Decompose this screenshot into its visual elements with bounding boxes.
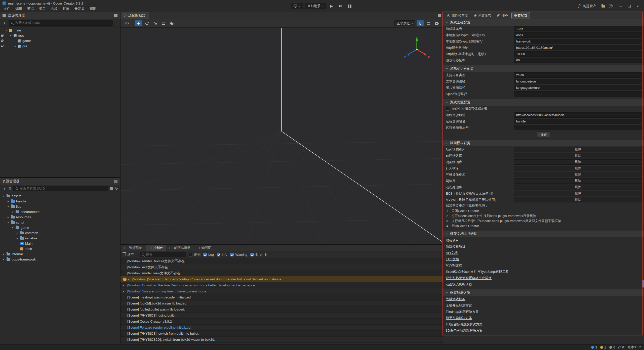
menu-item[interactable]: 开发者 — [72, 6, 87, 12]
solution-link[interactable]: 战棋游戏框架 — [443, 296, 468, 302]
text-field[interactable] — [514, 91, 642, 97]
menu-item[interactable]: 节点 — [25, 6, 36, 12]
text-field[interactable]: oops — [514, 32, 642, 38]
tab-service[interactable]: 服务 — [495, 12, 511, 19]
panel-menu-icon[interactable] — [438, 14, 441, 17]
log-row[interactable]: [Scene] Forward render pipeline initiali… — [120, 325, 443, 331]
refresh-icon[interactable]: ↻ — [115, 187, 118, 191]
section-header-basic[interactable]: 游戏基础配置 — [443, 19, 644, 26]
mode-3d-button[interactable]: 3D — [123, 20, 130, 26]
panel-menu-icon[interactable] — [438, 247, 441, 249]
asset-node-row[interactable]: Main — [0, 241, 120, 246]
status-count[interactable]: 3 — [591, 346, 597, 349]
delete-module-button[interactable]: 删除 — [514, 147, 642, 152]
text-field[interactable]: 1.0.5 — [514, 26, 642, 31]
status-count[interactable]: 0 — [618, 346, 624, 349]
doc-link[interactable]: Excel格式转Json文件与TypeScript代码工具 — [443, 269, 511, 275]
preview-platform-select[interactable]: ▾ — [291, 3, 303, 9]
list-view-icon[interactable] — [110, 187, 113, 190]
scene-settings-button[interactable] — [433, 20, 440, 26]
regex-toggle[interactable]: 正则 — [189, 252, 200, 257]
console-panel-tab[interactable]: 资源预览 — [122, 245, 145, 251]
log-row[interactable]: [Window] ecs文件夹不存在 — [120, 264, 443, 270]
transform-space-button[interactable] — [168, 20, 175, 26]
log-row[interactable]: [Window] model_view文件夹不存在 — [120, 270, 443, 276]
asset-node-row[interactable]: script — [0, 220, 120, 225]
log-row[interactable]: [Window] You are running Vue in developm… — [120, 288, 443, 294]
console-panel-tab[interactable]: 控制台 — [146, 245, 166, 251]
layout-button[interactable] — [346, 3, 353, 9]
log-row[interactable]: [Window] Download the Vue Devtools exten… — [120, 282, 443, 288]
asset-node-row[interactable]: common — [0, 230, 120, 236]
log-row[interactable]: [Scene] [box2d]:box2d wasm lib loaded. — [120, 300, 443, 307]
view-mode-select[interactable]: 正常浏览 ▾ — [394, 20, 415, 26]
maximize-button[interactable]: ▢ — [625, 0, 633, 12]
panel-menu-icon[interactable] — [114, 14, 117, 17]
log-row[interactable]: [Scene] [PHYSICS]: switch from builtin t… — [120, 331, 443, 337]
asset-node-row[interactable]: assets — [0, 193, 120, 199]
solution-link[interactable]: Tiledmap地图解决方案 — [443, 309, 481, 315]
scrollbar-thumb[interactable] — [642, 280, 644, 288]
text-field[interactable]: 10000 — [514, 51, 642, 57]
log-row[interactable]: [Window] render_texture文件夹不存在 — [120, 258, 443, 264]
scene-viewport[interactable]: Y X Z — [120, 28, 443, 244]
asset-node-row[interactable]: seedrandom — [0, 209, 120, 214]
tab-scene-editor[interactable]: 场景编辑器 — [120, 12, 149, 19]
log-row[interactable]: [Scene] Cocos Creator v3.8.2 — [120, 319, 443, 325]
doc-link[interactable]: 动画状态机编辑器 — [443, 281, 474, 287]
hierarchy-node-row[interactable]: game — [0, 38, 120, 43]
move-tool-button[interactable] — [135, 20, 142, 26]
scale-tool-button[interactable] — [152, 20, 159, 26]
scene-camera-button[interactable] — [425, 20, 432, 26]
delete-module-button[interactable]: 删除 — [514, 178, 642, 184]
doc-link[interactable]: MVVM文档 — [443, 262, 465, 269]
log-row[interactable]: [Window] [Vue warn]: Property "onInput" … — [120, 276, 443, 282]
section-header-solutions[interactable]: 框架解决方案 — [443, 289, 644, 296]
section-header-resources[interactable]: 游戏资源配置 — [443, 99, 644, 106]
clear-console-button[interactable]: 清空 — [123, 252, 134, 257]
delete-module-button[interactable]: 删除 — [514, 153, 642, 158]
log-filter-toggle[interactable]: Info — [217, 253, 227, 256]
create-node-button[interactable]: + — [2, 20, 7, 25]
hierarchy-search-input[interactable] — [15, 21, 110, 25]
doc-link[interactable]: 教程项目 — [443, 237, 461, 243]
sort-icon[interactable]: ⇅ — [9, 187, 12, 190]
section-header-modules[interactable]: 框架模块裁剪 — [443, 140, 644, 146]
asset-node-row[interactable]: initialize — [0, 236, 120, 241]
help-icon[interactable] — [609, 4, 613, 8]
doc-link[interactable]: 原生包热更新配置自动生成插件 — [443, 275, 494, 281]
doc-link[interactable]: ECS文档 — [443, 256, 462, 262]
delete-module-button[interactable]: 删除 — [514, 159, 642, 165]
asset-node-row[interactable]: oops-framework — [0, 257, 120, 262]
text-field[interactable]: bundle — [514, 119, 642, 124]
menu-item[interactable]: 帮助 — [87, 6, 99, 12]
text-field[interactable]: zh,en — [514, 72, 642, 78]
tab-framework-config[interactable]: 框架配置 — [512, 12, 530, 19]
doc-link[interactable]: 游戏模板项目 — [443, 243, 468, 250]
menu-item[interactable]: 扩展 — [60, 6, 72, 12]
log-row[interactable]: [Scene] [PHYSICS2D]: switch from box2d-w… — [120, 337, 443, 343]
asset-node-row[interactable]: bundle — [0, 199, 120, 204]
delete-module-button[interactable]: 删除 — [514, 185, 642, 190]
asset-node-row[interactable]: internal — [0, 251, 120, 257]
asset-node-row[interactable]: libs — [0, 204, 120, 209]
menu-item[interactable]: 面板 — [48, 6, 60, 12]
hierarchy-node-row[interactable]: main — [0, 28, 120, 33]
text-field[interactable]: http://localhost:8083/assets/bundle — [514, 112, 642, 118]
tab-build-publish[interactable]: 构建发布 — [471, 12, 494, 19]
text-field[interactable]: language/json — [514, 79, 642, 84]
filter-icon[interactable] — [114, 22, 118, 24]
delete-module-button[interactable]: 删除 — [514, 166, 642, 171]
create-asset-button[interactable]: + — [2, 186, 7, 191]
close-button[interactable]: × — [633, 0, 642, 12]
text-field[interactable]: language/texture — [514, 85, 642, 90]
status-count[interactable]: 0 — [609, 346, 615, 349]
text-field[interactable] — [514, 125, 642, 130]
axis-gizmo[interactable]: Y X Z — [403, 36, 431, 61]
asset-node-row[interactable]: main — [0, 246, 120, 251]
panel-menu-icon[interactable] — [114, 180, 117, 183]
log-row[interactable]: [Scene] [bullet]:bullet wasm lib loaded. — [120, 307, 443, 313]
console-panel-tab[interactable]: 动画图 — [194, 245, 214, 251]
text-field[interactable]: http://192.168.0.150/main/ — [514, 45, 642, 50]
asset-node-row[interactable]: resources — [0, 214, 120, 220]
